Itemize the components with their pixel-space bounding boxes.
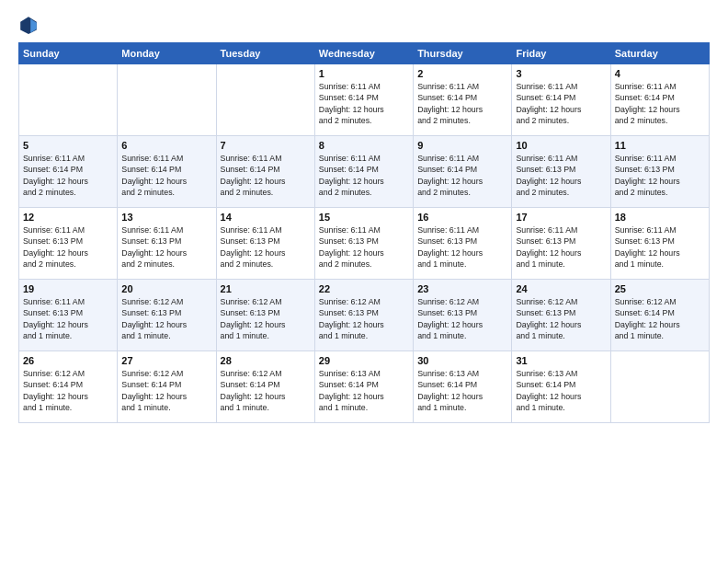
- day-info: Sunrise: 6:11 AM Sunset: 6:13 PM Dayligh…: [615, 224, 705, 270]
- calendar-table: SundayMondayTuesdayWednesdayThursdayFrid…: [18, 42, 710, 423]
- calendar-cell: 1Sunrise: 6:11 AM Sunset: 6:14 PM Daylig…: [314, 64, 413, 136]
- calendar-week-row: 5Sunrise: 6:11 AM Sunset: 6:14 PM Daylig…: [19, 136, 710, 208]
- header-day: Wednesday: [314, 43, 413, 64]
- day-info: Sunrise: 6:11 AM Sunset: 6:14 PM Dayligh…: [615, 81, 705, 126]
- day-info: Sunrise: 6:11 AM Sunset: 6:14 PM Dayligh…: [121, 153, 211, 198]
- day-number: 21: [221, 283, 311, 294]
- day-number: 5: [23, 140, 113, 151]
- day-info: Sunrise: 6:11 AM Sunset: 6:13 PM Dayligh…: [516, 153, 606, 198]
- calendar-cell: 26Sunrise: 6:12 AM Sunset: 6:14 PM Dayli…: [19, 351, 118, 423]
- day-number: 28: [221, 355, 311, 366]
- calendar-cell: [19, 64, 118, 136]
- day-number: 6: [121, 140, 211, 151]
- day-number: 30: [417, 355, 507, 366]
- header-row: SundayMondayTuesdayWednesdayThursdayFrid…: [19, 43, 710, 64]
- calendar-cell: 25Sunrise: 6:12 AM Sunset: 6:14 PM Dayli…: [610, 280, 709, 351]
- day-info: Sunrise: 6:12 AM Sunset: 6:14 PM Dayligh…: [23, 368, 113, 413]
- calendar-cell: 29Sunrise: 6:13 AM Sunset: 6:14 PM Dayli…: [314, 351, 413, 423]
- day-info: Sunrise: 6:12 AM Sunset: 6:13 PM Dayligh…: [221, 296, 311, 341]
- day-number: 15: [319, 212, 409, 223]
- day-info: Sunrise: 6:11 AM Sunset: 6:13 PM Dayligh…: [615, 153, 705, 198]
- calendar-week-row: 19Sunrise: 6:11 AM Sunset: 6:13 PM Dayli…: [19, 280, 710, 351]
- calendar-cell: 8Sunrise: 6:11 AM Sunset: 6:14 PM Daylig…: [314, 136, 413, 208]
- day-number: 29: [319, 355, 409, 366]
- calendar-cell: 5Sunrise: 6:11 AM Sunset: 6:14 PM Daylig…: [19, 136, 118, 208]
- calendar-cell: [610, 351, 709, 423]
- day-number: 3: [516, 68, 606, 79]
- calendar-cell: 28Sunrise: 6:12 AM Sunset: 6:14 PM Dayli…: [216, 351, 314, 423]
- calendar-cell: 19Sunrise: 6:11 AM Sunset: 6:13 PM Dayli…: [19, 280, 118, 351]
- day-number: 22: [319, 283, 409, 294]
- calendar-cell: 2Sunrise: 6:11 AM Sunset: 6:14 PM Daylig…: [414, 64, 512, 136]
- day-info: Sunrise: 6:11 AM Sunset: 6:14 PM Dayligh…: [417, 81, 507, 126]
- day-info: Sunrise: 6:12 AM Sunset: 6:14 PM Dayligh…: [121, 368, 211, 413]
- day-info: Sunrise: 6:12 AM Sunset: 6:13 PM Dayligh…: [121, 296, 211, 341]
- svg-marker-1: [30, 18, 37, 32]
- day-info: Sunrise: 6:11 AM Sunset: 6:13 PM Dayligh…: [516, 224, 606, 270]
- day-info: Sunrise: 6:11 AM Sunset: 6:13 PM Dayligh…: [23, 224, 113, 270]
- calendar-cell: 6Sunrise: 6:11 AM Sunset: 6:14 PM Daylig…: [118, 136, 216, 208]
- page: SundayMondayTuesdayWednesdayThursdayFrid…: [0, 0, 728, 563]
- calendar-week-row: 26Sunrise: 6:12 AM Sunset: 6:14 PM Dayli…: [19, 351, 710, 423]
- day-number: 8: [319, 140, 409, 151]
- calendar-cell: 18Sunrise: 6:11 AM Sunset: 6:13 PM Dayli…: [610, 208, 709, 280]
- calendar-cell: 10Sunrise: 6:11 AM Sunset: 6:13 PM Dayli…: [512, 136, 610, 208]
- calendar-cell: 30Sunrise: 6:13 AM Sunset: 6:14 PM Dayli…: [414, 351, 512, 423]
- calendar-cell: 27Sunrise: 6:12 AM Sunset: 6:14 PM Dayli…: [118, 351, 216, 423]
- calendar-cell: 9Sunrise: 6:11 AM Sunset: 6:14 PM Daylig…: [414, 136, 512, 208]
- day-number: 20: [121, 283, 211, 294]
- day-number: 12: [23, 212, 113, 223]
- day-info: Sunrise: 6:11 AM Sunset: 6:13 PM Dayligh…: [221, 224, 311, 270]
- day-number: 24: [516, 283, 606, 294]
- day-info: Sunrise: 6:13 AM Sunset: 6:14 PM Dayligh…: [319, 368, 409, 413]
- header-day: Sunday: [19, 43, 118, 64]
- day-info: Sunrise: 6:11 AM Sunset: 6:14 PM Dayligh…: [23, 153, 113, 198]
- day-info: Sunrise: 6:11 AM Sunset: 6:14 PM Dayligh…: [417, 153, 507, 198]
- day-number: 14: [221, 212, 311, 223]
- day-number: 26: [23, 355, 113, 366]
- logo-icon: [18, 15, 39, 35]
- header-day: Monday: [118, 43, 216, 64]
- header-day: Saturday: [610, 43, 709, 64]
- day-info: Sunrise: 6:12 AM Sunset: 6:13 PM Dayligh…: [319, 296, 409, 341]
- calendar-cell: 11Sunrise: 6:11 AM Sunset: 6:13 PM Dayli…: [610, 136, 709, 208]
- day-info: Sunrise: 6:11 AM Sunset: 6:13 PM Dayligh…: [121, 224, 211, 270]
- calendar-cell: 22Sunrise: 6:12 AM Sunset: 6:13 PM Dayli…: [314, 280, 413, 351]
- day-number: 31: [516, 355, 606, 366]
- day-number: 1: [319, 68, 409, 79]
- calendar-cell: 16Sunrise: 6:11 AM Sunset: 6:13 PM Dayli…: [414, 208, 512, 280]
- day-info: Sunrise: 6:11 AM Sunset: 6:14 PM Dayligh…: [221, 153, 311, 198]
- calendar-cell: 15Sunrise: 6:11 AM Sunset: 6:13 PM Dayli…: [314, 208, 413, 280]
- logo: [18, 15, 42, 35]
- day-info: Sunrise: 6:11 AM Sunset: 6:13 PM Dayligh…: [417, 224, 507, 270]
- day-info: Sunrise: 6:12 AM Sunset: 6:14 PM Dayligh…: [221, 368, 311, 413]
- day-info: Sunrise: 6:13 AM Sunset: 6:14 PM Dayligh…: [516, 368, 606, 413]
- calendar-cell: [216, 64, 314, 136]
- day-number: 25: [615, 283, 705, 294]
- day-info: Sunrise: 6:11 AM Sunset: 6:13 PM Dayligh…: [319, 224, 409, 270]
- header-day: Thursday: [414, 43, 512, 64]
- day-number: 9: [417, 140, 507, 151]
- calendar-cell: 4Sunrise: 6:11 AM Sunset: 6:14 PM Daylig…: [610, 64, 709, 136]
- day-info: Sunrise: 6:11 AM Sunset: 6:14 PM Dayligh…: [319, 81, 409, 126]
- day-info: Sunrise: 6:11 AM Sunset: 6:14 PM Dayligh…: [516, 81, 606, 126]
- day-number: 13: [121, 212, 211, 223]
- day-number: 7: [221, 140, 311, 151]
- calendar-cell: [118, 64, 216, 136]
- day-number: 17: [516, 212, 606, 223]
- day-number: 4: [615, 68, 705, 79]
- day-info: Sunrise: 6:12 AM Sunset: 6:13 PM Dayligh…: [417, 296, 507, 341]
- day-number: 11: [615, 140, 705, 151]
- calendar-cell: 7Sunrise: 6:11 AM Sunset: 6:14 PM Daylig…: [216, 136, 314, 208]
- day-number: 27: [121, 355, 211, 366]
- day-info: Sunrise: 6:13 AM Sunset: 6:14 PM Dayligh…: [417, 368, 507, 413]
- header-area: [18, 15, 710, 35]
- header-day: Tuesday: [216, 43, 314, 64]
- day-info: Sunrise: 6:12 AM Sunset: 6:13 PM Dayligh…: [516, 296, 606, 341]
- calendar-week-row: 1Sunrise: 6:11 AM Sunset: 6:14 PM Daylig…: [19, 64, 710, 136]
- day-number: 18: [615, 212, 705, 223]
- calendar-cell: 24Sunrise: 6:12 AM Sunset: 6:13 PM Dayli…: [512, 280, 610, 351]
- calendar-cell: 20Sunrise: 6:12 AM Sunset: 6:13 PM Dayli…: [118, 280, 216, 351]
- calendar-cell: 3Sunrise: 6:11 AM Sunset: 6:14 PM Daylig…: [512, 64, 610, 136]
- header-day: Friday: [512, 43, 610, 64]
